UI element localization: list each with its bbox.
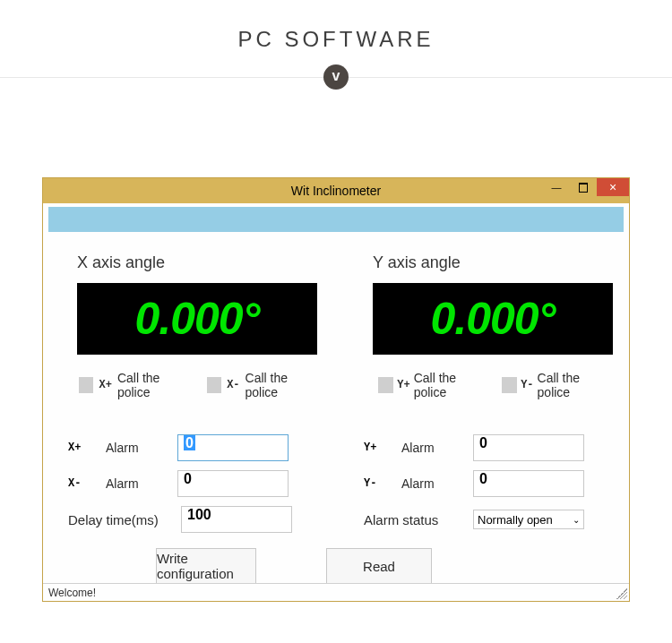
close-button[interactable]: ×: [597, 178, 629, 196]
x-axis-heading: X axis angle: [77, 253, 317, 272]
y-plus-prefix: Y+: [397, 379, 409, 391]
x-readout: 0.000°: [77, 283, 317, 355]
y-minus-row-label: Alarm: [401, 476, 473, 491]
header-separator: v: [0, 77, 672, 78]
y-minus-row-key: Y-: [364, 477, 401, 490]
alarm-status-label: Alarm status: [364, 512, 473, 527]
x-plus-prefix: X+: [99, 379, 111, 391]
x-plus-alarm-input[interactable]: 0: [177, 434, 289, 461]
minimize-button[interactable]: —: [543, 178, 570, 196]
x-plus-row-label: Alarm: [106, 441, 177, 455]
y-minus-alarm-label: Call the police: [538, 371, 613, 399]
y-plus-row-key: Y+: [364, 442, 401, 454]
y-readout: 0.000°: [373, 283, 613, 355]
y-plus-row-label: Alarm: [401, 441, 473, 455]
x-plus-row-key: X+: [68, 442, 106, 454]
app-window: Wit Inclinometer — × X axis angle 0.000°…: [42, 177, 630, 602]
alarm-status-select[interactable]: Normally open ⌄: [473, 510, 584, 529]
x-minus-alarm-input[interactable]: 0: [177, 470, 289, 497]
x-plus-alarm-checkbox[interactable]: [79, 377, 93, 393]
x-plus-alarm-label: Call the police: [117, 371, 189, 399]
x-axis-panel: X axis angle 0.000° X+ Call the police X…: [66, 253, 317, 537]
status-text: Welcome!: [48, 587, 96, 599]
x-minus-prefix: X-: [227, 379, 239, 391]
toolbar-strip: [48, 207, 624, 232]
titlebar[interactable]: Wit Inclinometer — ×: [43, 178, 629, 203]
delay-time-label: Delay time(ms): [68, 512, 181, 527]
resize-grip[interactable]: [616, 588, 627, 599]
alarm-status-value: Normally open: [478, 513, 553, 527]
x-minus-row-key: X-: [68, 477, 106, 490]
y-axis-heading: Y axis angle: [373, 253, 613, 272]
x-minus-alarm-label: Call the police: [246, 371, 317, 399]
maximize-button[interactable]: [570, 178, 597, 196]
x-readout-value: 0.000°: [134, 293, 259, 345]
y-minus-alarm-input[interactable]: 0: [473, 470, 584, 497]
page-title: PC SOFTWARE: [0, 27, 672, 52]
y-plus-alarm-label: Call the police: [414, 371, 489, 399]
y-plus-alarm-checkbox[interactable]: [378, 377, 393, 393]
header-badge: v: [323, 64, 349, 90]
window-title: Wit Inclinometer: [291, 184, 381, 198]
y-minus-alarm-checkbox[interactable]: [502, 377, 517, 393]
read-button[interactable]: Read: [326, 548, 432, 584]
x-minus-row-label: Alarm: [106, 476, 177, 491]
y-axis-panel: Y axis angle 0.000° Y+ Call the police Y…: [362, 253, 613, 537]
chevron-down-icon: ⌄: [573, 515, 580, 525]
delay-time-input[interactable]: 100: [181, 506, 292, 533]
y-plus-alarm-input[interactable]: 0: [473, 434, 584, 461]
write-configuration-button[interactable]: Write configuration: [156, 548, 256, 584]
status-bar: Welcome!: [43, 583, 629, 601]
x-minus-alarm-checkbox[interactable]: [207, 377, 221, 393]
y-readout-value: 0.000°: [430, 293, 555, 345]
y-minus-prefix: Y-: [521, 379, 533, 391]
